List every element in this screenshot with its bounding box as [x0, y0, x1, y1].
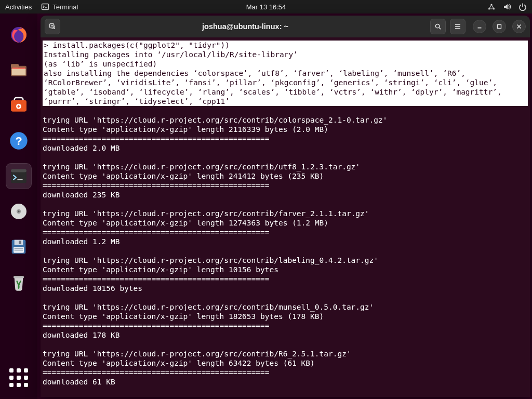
- terminal-small-icon: [41, 3, 49, 11]
- show-applications[interactable]: [6, 365, 32, 391]
- svg-rect-25: [14, 276, 24, 278]
- dock-terminal[interactable]: [6, 163, 32, 189]
- svg-point-27: [435, 24, 439, 28]
- terminal-output: trying URL 'https://cloud.r-project.org/…: [43, 107, 387, 386]
- svg-rect-21: [19, 241, 21, 244]
- dock-save-icon[interactable]: [6, 234, 32, 260]
- menu-button[interactable]: [450, 19, 466, 34]
- terminal-window: joshua@ubuntu-linux: ~ > install.package…: [41, 16, 530, 397]
- terminal-highlighted-block: > install.packages(c("ggplot2", "tidyr")…: [43, 41, 528, 106]
- dock: ?: [0, 14, 37, 399]
- svg-rect-7: [12, 69, 26, 75]
- power-icon[interactable]: [518, 3, 527, 11]
- svg-rect-23: [15, 248, 23, 249]
- dock-disks[interactable]: [6, 198, 32, 224]
- dock-software[interactable]: [6, 92, 32, 118]
- apps-grid-icon: [9, 368, 28, 387]
- terminal-viewport[interactable]: > install.packages(c("ggplot2", "tidyr")…: [41, 37, 530, 397]
- svg-point-18: [18, 210, 19, 212]
- dock-files[interactable]: [6, 57, 32, 83]
- svg-rect-6: [11, 64, 19, 68]
- network-icon[interactable]: [487, 3, 496, 11]
- close-button[interactable]: [512, 20, 526, 33]
- dock-firefox[interactable]: [6, 22, 32, 48]
- dock-trash[interactable]: [6, 269, 32, 295]
- svg-rect-28: [498, 25, 501, 29]
- activities-button[interactable]: Activities: [5, 3, 32, 11]
- dock-help[interactable]: ?: [6, 128, 32, 154]
- maximize-button[interactable]: [493, 20, 506, 33]
- svg-rect-0: [42, 4, 49, 10]
- svg-rect-22: [14, 247, 24, 253]
- search-button[interactable]: [430, 19, 446, 34]
- titlebar[interactable]: joshua@ubuntu-linux: ~: [41, 16, 530, 37]
- active-app[interactable]: Terminal: [41, 3, 78, 11]
- svg-rect-8: [12, 68, 25, 69]
- active-app-label: Terminal: [52, 3, 78, 11]
- new-tab-button[interactable]: [45, 19, 60, 34]
- svg-rect-14: [11, 169, 26, 172]
- window-title: joshua@ubuntu-linux: ~: [64, 22, 426, 31]
- minimize-button[interactable]: [473, 20, 486, 33]
- clock[interactable]: Mar 13 16:54: [246, 3, 286, 11]
- svg-rect-24: [15, 250, 23, 251]
- top-bar: Activities Terminal Mar 13 16:54: [0, 0, 532, 14]
- volume-icon[interactable]: [503, 3, 511, 11]
- svg-text:?: ?: [15, 135, 22, 148]
